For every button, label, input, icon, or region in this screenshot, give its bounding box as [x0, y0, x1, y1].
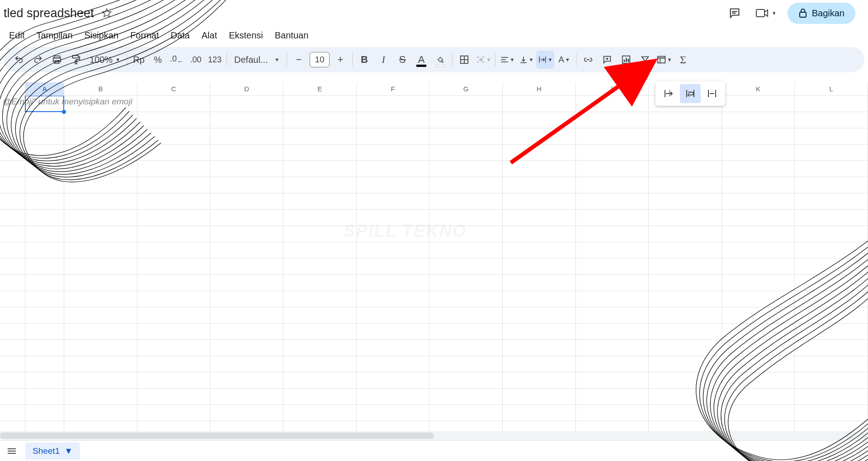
cell[interactable]	[283, 389, 357, 405]
column-header-f[interactable]: F	[357, 82, 430, 95]
cell[interactable]	[64, 389, 137, 405]
meet-button[interactable]: ▼	[755, 8, 777, 19]
all-sheets-button[interactable]	[4, 443, 20, 459]
column-header-a[interactable]: A	[25, 82, 64, 95]
cell[interactable]	[429, 291, 503, 307]
cell[interactable]	[795, 372, 868, 389]
cell[interactable]	[722, 128, 795, 145]
cell[interactable]	[137, 340, 211, 356]
cell[interactable]	[722, 356, 795, 372]
menu-extensions[interactable]: Ekstensi	[223, 28, 269, 43]
cell[interactable]	[722, 340, 795, 356]
cell[interactable]	[576, 226, 649, 242]
cell[interactable]	[283, 259, 357, 275]
cell[interactable]	[429, 389, 503, 405]
cell[interactable]	[357, 324, 430, 340]
font-size-input[interactable]: 10	[310, 52, 330, 67]
cell[interactable]	[722, 177, 795, 193]
row-header[interactable]	[0, 242, 25, 259]
cell[interactable]	[25, 210, 64, 226]
menu-edit[interactable]: Edit	[4, 28, 30, 43]
comments-button[interactable]	[725, 3, 745, 23]
cell[interactable]	[429, 259, 503, 275]
menu-data[interactable]: Data	[165, 28, 195, 43]
cell[interactable]	[64, 161, 137, 177]
cell[interactable]	[137, 324, 211, 340]
fill-color-button[interactable]	[431, 51, 449, 69]
cell[interactable]	[503, 275, 576, 291]
cell[interactable]	[137, 307, 211, 324]
cell[interactable]	[722, 324, 795, 340]
cell[interactable]	[649, 291, 722, 307]
cell[interactable]	[283, 177, 357, 193]
font-select[interactable]: Defaul... ▼	[230, 55, 284, 65]
undo-button[interactable]	[10, 51, 28, 69]
cell[interactable]	[210, 372, 283, 389]
cell[interactable]	[210, 405, 283, 421]
text-wrap-button[interactable]: ▼	[536, 51, 554, 69]
cell[interactable]	[210, 112, 283, 128]
cell[interactable]	[137, 242, 211, 259]
filter-button[interactable]	[636, 51, 654, 69]
cell[interactable]	[649, 324, 722, 340]
text-rotation-button[interactable]: A ▼	[555, 51, 573, 69]
select-all-cell[interactable]	[0, 82, 25, 95]
menu-insert[interactable]: Sisipkan	[79, 28, 124, 43]
cell[interactable]	[649, 405, 722, 421]
cell[interactable]	[649, 112, 722, 128]
cell[interactable]	[795, 161, 868, 177]
document-title[interactable]: tled spreadsheet	[4, 6, 94, 20]
cell[interactable]	[64, 324, 137, 340]
cell[interactable]	[503, 291, 576, 307]
cell[interactable]	[283, 324, 357, 340]
menu-help[interactable]: Bantuan	[269, 28, 314, 43]
cell[interactable]	[503, 193, 576, 210]
cell[interactable]	[576, 112, 649, 128]
cell[interactable]	[210, 177, 283, 193]
cell[interactable]	[64, 177, 137, 193]
column-header-d[interactable]: D	[210, 82, 283, 95]
wrap-wrap-option[interactable]	[680, 84, 701, 103]
cell[interactable]	[64, 291, 137, 307]
cell[interactable]	[137, 161, 211, 177]
cell[interactable]	[722, 405, 795, 421]
insert-chart-button[interactable]	[617, 51, 635, 69]
cell[interactable]	[357, 291, 430, 307]
cell[interactable]	[795, 275, 868, 291]
column-header-e[interactable]: E	[283, 82, 357, 95]
cell[interactable]	[649, 389, 722, 405]
cell[interactable]	[64, 356, 137, 372]
cell[interactable]	[795, 340, 868, 356]
cell[interactable]	[210, 259, 283, 275]
cell[interactable]	[576, 307, 649, 324]
cell[interactable]	[429, 242, 503, 259]
functions-button[interactable]: Σ	[674, 51, 692, 69]
row-header[interactable]	[0, 193, 25, 210]
cell[interactable]	[283, 340, 357, 356]
cell[interactable]	[283, 193, 357, 210]
cell[interactable]	[357, 275, 430, 291]
cell[interactable]	[357, 372, 430, 389]
row-header[interactable]	[0, 356, 25, 372]
cell[interactable]	[210, 193, 283, 210]
row-header[interactable]	[0, 372, 25, 389]
cell[interactable]	[503, 307, 576, 324]
cell[interactable]	[137, 356, 211, 372]
cell[interactable]	[503, 210, 576, 226]
more-formats-button[interactable]: 123	[206, 51, 224, 69]
cell[interactable]	[576, 405, 649, 421]
cell[interactable]	[137, 96, 211, 112]
cell[interactable]	[795, 210, 868, 226]
cell[interactable]	[357, 259, 430, 275]
cell[interactable]	[722, 389, 795, 405]
cell[interactable]	[137, 405, 211, 421]
cell[interactable]	[429, 340, 503, 356]
cell[interactable]	[25, 389, 64, 405]
cell[interactable]	[503, 112, 576, 128]
borders-button[interactable]	[455, 51, 473, 69]
cell[interactable]	[576, 193, 649, 210]
cell[interactable]	[649, 161, 722, 177]
cell[interactable]	[722, 307, 795, 324]
percent-button[interactable]: %	[149, 51, 167, 69]
cell[interactable]	[357, 145, 430, 161]
